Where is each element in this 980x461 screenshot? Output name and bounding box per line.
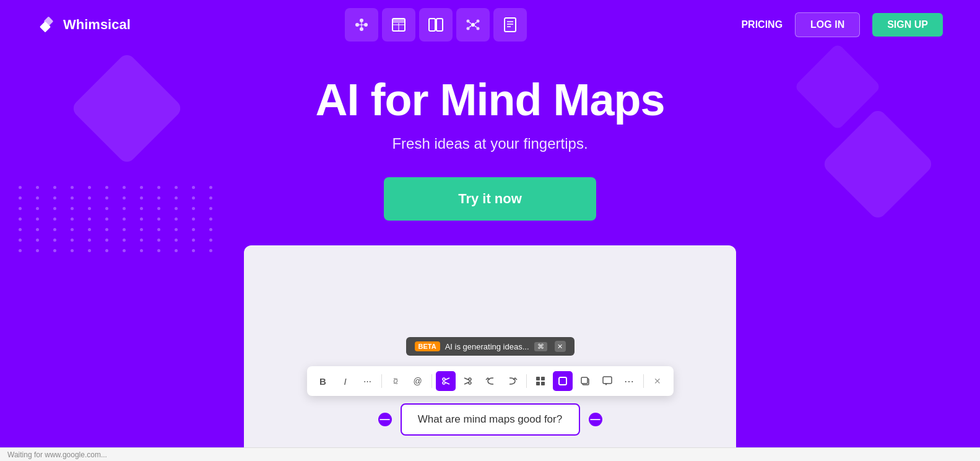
- deco-dot: [71, 239, 74, 242]
- toolbar-curve-right[interactable]: [503, 371, 523, 391]
- toolbar-curve-left[interactable]: [480, 371, 500, 391]
- deco-dot: [123, 186, 126, 189]
- svg-point-28: [443, 382, 445, 384]
- toolbar-shape[interactable]: [553, 371, 573, 391]
- deco-dot: [71, 207, 74, 210]
- deco-dot: [157, 217, 160, 221]
- deco-dot: [19, 196, 22, 200]
- deco-dot: [53, 228, 56, 231]
- deco-dot: [192, 239, 195, 242]
- deco-dots-left: [19, 186, 219, 252]
- deco-dot: [209, 217, 212, 221]
- toolbar-bold[interactable]: B: [313, 371, 333, 391]
- deco-dot: [209, 186, 212, 189]
- svg-point-5: [364, 23, 368, 27]
- deco-dot: [209, 249, 212, 252]
- svg-point-31: [469, 378, 471, 380]
- ai-badge: BETA AI is generating ideas... ⌘ ✕: [406, 337, 575, 356]
- deco-dot: [140, 207, 143, 210]
- deco-dot: [175, 239, 178, 242]
- deco-dot: [175, 207, 178, 210]
- deco-dot: [157, 249, 160, 252]
- demo-canvas: BETA AI is generating ideas... ⌘ ✕ B I ⋯…: [244, 245, 736, 461]
- deco-dot: [157, 228, 160, 231]
- svg-rect-42: [603, 377, 612, 384]
- beta-badge: BETA: [415, 341, 440, 351]
- mindmap-node-text: What are mind maps good for?: [418, 413, 562, 425]
- deco-dot: [123, 228, 126, 231]
- ai-badge-close-button[interactable]: ✕: [555, 341, 566, 352]
- deco-dot: [157, 207, 160, 210]
- svg-rect-12: [429, 19, 435, 31]
- toolbar-link[interactable]: [386, 371, 405, 391]
- deco-dot: [175, 196, 178, 200]
- deco-dot: [123, 239, 126, 242]
- demo-wrapper: BETA AI is generating ideas... ⌘ ✕ B I ⋯…: [244, 245, 736, 461]
- deco-dot: [123, 196, 126, 200]
- deco-dot: [140, 228, 143, 231]
- deco-dot: [157, 186, 160, 189]
- toolbar: B I ⋯ @: [307, 366, 674, 396]
- tool-flowchart[interactable]: [345, 8, 378, 42]
- tool-mindmap[interactable]: [456, 8, 490, 42]
- deco-dot: [36, 186, 39, 189]
- svg-point-15: [467, 20, 470, 23]
- toolbar-overflow[interactable]: ⋯: [620, 371, 640, 391]
- svg-point-2: [355, 23, 359, 27]
- deco-dot: [140, 239, 143, 242]
- svg-line-20: [469, 26, 471, 27]
- logo[interactable]: Whimsical: [37, 15, 131, 35]
- toolbar-comment[interactable]: [597, 371, 617, 391]
- deco-dot: [192, 217, 195, 221]
- deco-dot: [36, 239, 39, 242]
- deco-dot: [105, 239, 108, 242]
- deco-dot: [123, 207, 126, 210]
- toolbar-italic[interactable]: I: [336, 371, 355, 391]
- svg-rect-35: [536, 377, 540, 380]
- tool-docs[interactable]: [493, 8, 527, 42]
- svg-point-4: [360, 27, 363, 31]
- toolbar-cut-right[interactable]: [458, 371, 478, 391]
- deco-dot: [88, 207, 91, 210]
- deco-dot: [123, 249, 126, 252]
- navbar: Whimsical: [0, 0, 980, 50]
- svg-line-19: [469, 22, 471, 24]
- deco-dot: [19, 186, 22, 189]
- toolbar-close[interactable]: ✕: [648, 371, 667, 391]
- deco-dot: [192, 228, 195, 231]
- svg-point-27: [443, 378, 445, 380]
- toolbar-cut-left[interactable]: [436, 371, 456, 391]
- toolbar-duplicate[interactable]: [575, 371, 595, 391]
- deco-dot: [209, 207, 212, 210]
- mindmap-node[interactable]: What are mind maps good for?: [401, 403, 580, 436]
- cta-button[interactable]: Try it now: [384, 177, 596, 221]
- deco-dot: [53, 186, 56, 189]
- deco-dot: [157, 196, 160, 200]
- svg-point-18: [477, 27, 480, 30]
- status-text: Waiting for www.google.com...: [7, 450, 107, 459]
- signup-button[interactable]: SIGN UP: [872, 13, 943, 37]
- deco-dot: [192, 186, 195, 189]
- svg-point-17: [477, 20, 480, 23]
- svg-rect-13: [436, 19, 443, 31]
- tool-split[interactable]: [419, 8, 453, 42]
- pricing-button[interactable]: PRICING: [741, 19, 783, 30]
- deco-dot: [19, 228, 22, 231]
- login-button[interactable]: LOG IN: [795, 12, 860, 37]
- deco-dot: [53, 196, 56, 200]
- logo-icon: [37, 15, 57, 35]
- svg-rect-36: [541, 377, 545, 380]
- svg-point-16: [467, 27, 470, 30]
- svg-line-21: [475, 22, 477, 24]
- toolbar-mention[interactable]: @: [408, 371, 428, 391]
- svg-point-3: [360, 19, 363, 22]
- deco-dot: [88, 217, 91, 221]
- tool-wireframe[interactable]: [382, 8, 415, 42]
- toolbar-more-text[interactable]: ⋯: [358, 371, 378, 391]
- svg-rect-23: [505, 18, 516, 32]
- deco-dot: [53, 249, 56, 252]
- toolbar-grid[interactable]: [531, 371, 550, 391]
- deco-dot: [105, 207, 108, 210]
- hero-subtitle: Fresh ideas at your fingertips.: [12, 135, 968, 152]
- deco-dot: [19, 239, 22, 242]
